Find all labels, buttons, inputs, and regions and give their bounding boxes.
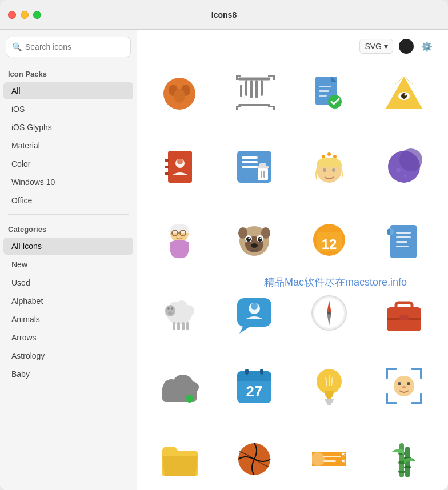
icon-svg [383,366,425,407]
icon-cell[interactable] [370,59,438,128]
svg-point-85 [168,311,173,315]
sidebar-item-color[interactable]: Color [3,155,133,172]
icon-cell[interactable] [220,206,289,274]
icon-svg [159,146,200,187]
svg-point-33 [177,159,183,164]
icon-cell[interactable] [220,59,289,128]
icon-svg [234,439,275,480]
svg-rect-13 [268,75,273,77]
svg-point-46 [333,155,337,158]
icon-cell[interactable] [220,279,289,347]
svg-point-48 [323,168,326,172]
svg-rect-127 [323,460,336,462]
icon-cell[interactable] [145,279,214,347]
svg-rect-4 [238,78,270,80]
sidebar-item-animals[interactable]: Animals [3,311,133,328]
icon-cell[interactable] [370,206,438,274]
icon-cell[interactable] [295,279,363,347]
svg-rect-126 [323,456,341,457]
sidebar-item-used[interactable]: Used [3,274,133,291]
minimize-button[interactable] [21,11,29,19]
svg-point-52 [396,168,401,172]
svg-point-51 [399,148,422,171]
icon-cell[interactable] [145,425,214,490]
svg-rect-36 [242,161,258,163]
svg-rect-99 [396,303,412,311]
icon-svg [383,439,425,480]
icon-cell[interactable] [220,132,289,201]
sidebar-item-arrows[interactable]: Arrows [3,329,133,346]
sidebar-item-office[interactable]: Office [3,192,133,209]
search-input[interactable] [25,42,125,51]
svg-text:27: 27 [246,383,263,400]
svg-rect-37 [242,166,258,168]
svg-point-53 [404,175,407,178]
sidebar-item-material[interactable]: Material [3,137,133,154]
window-title: Icons8 [211,10,237,19]
svg-rect-134 [398,471,405,473]
search-area: 🔍 [0,30,137,64]
top-bar: SVG ▾ ⚙️ [143,35,442,57]
icon-svg [383,292,425,334]
svg-rect-109 [237,378,271,381]
svg-rect-22 [319,95,327,97]
sidebar-item-astrology[interactable]: Astrology [3,347,133,364]
sidebar-item-alphabet[interactable]: Alphabet [3,292,133,310]
sidebar-item-baby[interactable]: Baby [3,366,133,383]
svg-rect-110 [245,369,249,375]
svg-point-68 [251,243,258,248]
svg-text:12: 12 [322,236,337,252]
icon-svg [309,366,350,407]
svg-rect-7 [250,80,253,98]
icon-cell[interactable] [145,352,214,420]
icon-cell[interactable] [295,59,363,128]
icon-svg: ★ ★ [309,439,350,480]
maximize-button[interactable] [33,11,41,19]
traffic-lights [8,11,41,19]
format-dropdown[interactable]: SVG ▾ [359,39,393,54]
icon-cell[interactable] [295,352,363,420]
icon-cell[interactable]: 27 [220,352,289,420]
icon-cell[interactable] [370,425,438,490]
svg-rect-38 [258,168,268,180]
icon-cell[interactable] [145,206,214,274]
icon-cell[interactable] [295,132,363,201]
icon-svg [383,146,425,187]
sidebar-item-new[interactable]: New [3,256,133,273]
icon-cell[interactable] [145,59,214,128]
settings-icon[interactable]: ⚙️ [419,39,434,54]
svg-rect-14 [273,75,275,80]
svg-rect-115 [326,401,333,403]
svg-rect-16 [236,106,238,110]
sidebar-item-all-icons[interactable]: All Icons [3,238,133,255]
icon-cell[interactable]: 12 [295,206,363,274]
content-area: SVG ▾ ⚙️ 精品Mac软件尽在macstore.info [137,30,448,490]
icon-cell[interactable] [370,279,438,347]
svg-rect-75 [396,241,407,243]
close-button[interactable] [8,11,16,19]
svg-rect-136 [404,466,411,468]
svg-point-92 [251,303,258,310]
icon-cell[interactable] [370,132,438,201]
svg-point-26 [401,93,407,99]
search-box[interactable]: 🔍 [6,37,131,57]
sidebar-item-ios[interactable]: iOS [3,101,133,118]
icon-cell[interactable] [220,425,289,490]
svg-text:★: ★ [341,457,346,464]
svg-point-122 [407,382,410,385]
titlebar: Icons8 [0,0,448,30]
svg-rect-35 [242,156,258,159]
icon-cell[interactable]: ★ ★ [295,425,363,490]
sidebar-item-all[interactable]: All [3,82,133,99]
icon-cell[interactable] [145,132,214,201]
svg-rect-18 [273,106,275,110]
sidebar-item-windows10[interactable]: Windows 10 [3,174,133,191]
svg-rect-29 [165,159,169,162]
icon-svg [159,219,200,260]
color-picker[interactable] [399,39,414,54]
icon-svg [234,146,275,187]
icon-cell[interactable] [370,352,438,420]
sidebar-item-ios-glyphs[interactable]: iOS Glyphs [3,119,133,136]
icon-packs-label: Icon Packs [0,64,137,82]
svg-point-66 [249,238,250,239]
